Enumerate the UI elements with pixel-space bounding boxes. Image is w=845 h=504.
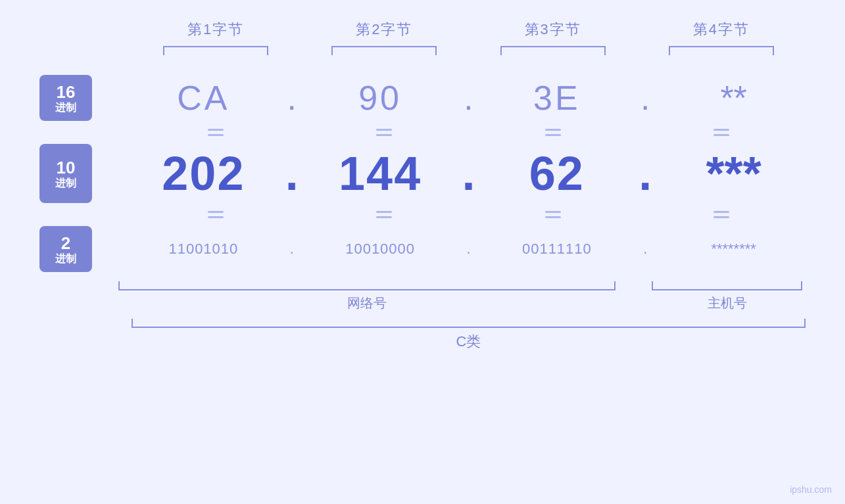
hex-cell-4: ** [662,78,806,118]
hex-cell-3: 3E [485,78,629,118]
col-header-2: 第2字节 [300,20,468,39]
eq-3 [469,129,637,136]
eq2-4 [637,211,806,218]
bin-cell-1: 11001010 [132,241,276,258]
eq2-sign-1 [208,211,224,218]
bin-dot-3: . [629,241,662,258]
eq-sign-3 [545,129,561,136]
hex-label: 16 进制 [39,75,92,121]
host-label: 主机号 [708,294,747,312]
top-bracket-3 [469,46,637,55]
col-header-1: 第1字节 [132,20,300,39]
dec-cell-1: 202 [132,147,276,200]
bin-label: 2 进制 [39,226,92,272]
hex-dot-2: . [452,78,485,118]
top-bracket-1 [132,46,300,55]
host-bracket: 主机号 [642,281,806,312]
net-bracket-line [118,281,616,290]
bin-cell-4: ******** [662,241,806,258]
net-bracket: 网络号 [132,281,609,312]
hex-row: 16 进制 CA . 90 . 3E . ** [39,75,806,121]
watermark: ipshu.com [790,484,832,495]
eq-1 [132,129,300,136]
dec-cells: 202 . 144 . 62 . *** [132,147,806,200]
bin-cells: 11001010 . 10010000 . 00111110 . *******… [132,241,806,258]
main-container: 第1字节 第2字节 第3字节 第4字节 16 进制 CA . [0,0,845,504]
class-bracket-line [132,319,806,328]
equals-row-2 [39,211,806,218]
class-label: C类 [456,332,481,352]
eq-sign-4 [713,129,729,136]
hex-cell-1: CA [132,78,276,118]
dec-dot-3: . [629,147,662,200]
eq-sign-2 [376,129,392,136]
top-bracket-4 [637,46,806,55]
top-brackets [39,46,806,55]
col-header-3: 第3字节 [469,20,637,39]
eq2-sign-2 [376,211,392,218]
dec-cell-3: 62 [485,147,629,200]
col-header-4: 第4字节 [637,20,806,39]
hex-dot-1: . [276,78,308,118]
dec-dot-2: . [452,147,485,200]
dec-cell-4: *** [662,147,806,200]
eq2-1 [132,211,300,218]
bin-cell-2: 10010000 [308,241,452,258]
dec-cell-2: 144 [308,147,452,200]
host-bracket-line [652,281,802,290]
eq-2 [300,129,468,136]
eq2-sign-3 [545,211,561,218]
eq2-2 [300,211,468,218]
equals-row-1 [39,129,806,136]
dec-label: 10 进制 [39,144,92,203]
bin-row: 2 进制 11001010 . 10010000 . 00111110 . [39,226,806,272]
hex-dot-3: . [629,78,662,118]
eq2-sign-4 [713,211,729,218]
net-label: 网络号 [347,294,387,312]
bracket-spacer-1 [609,281,642,312]
column-headers: 第1字节 第2字节 第3字节 第4字节 [39,20,806,39]
dec-dot-1: . [276,147,308,200]
class-bracket-container: C类 [39,319,806,352]
bottom-brackets-row: 网络号 主机号 [39,281,806,312]
bin-dot-2: . [452,241,485,258]
hex-cells: CA . 90 . 3E . ** [132,78,806,118]
bin-cell-3: 00111110 [485,241,629,258]
hex-cell-2: 90 [308,78,452,118]
top-bracket-2 [300,46,468,55]
bin-dot-1: . [276,241,308,258]
eq-4 [637,129,806,136]
eq2-3 [469,211,637,218]
dec-row: 10 进制 202 . 144 . 62 . *** [39,144,806,203]
eq-sign-1 [208,129,224,136]
